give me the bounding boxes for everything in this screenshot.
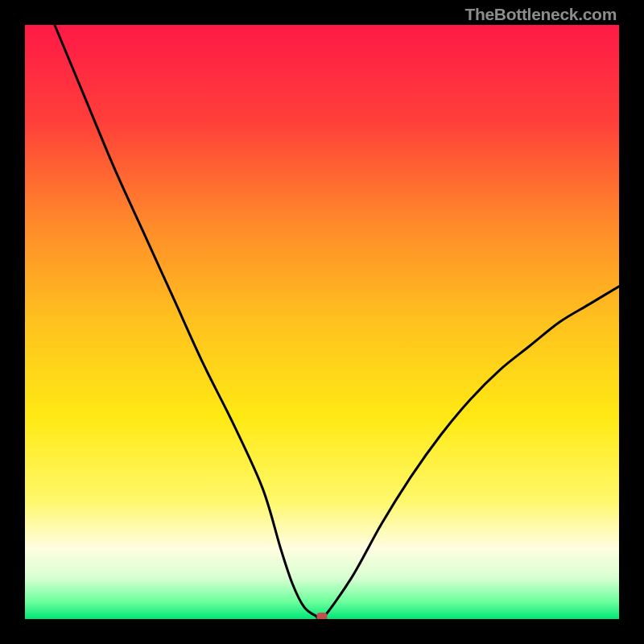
gradient-background xyxy=(25,25,619,619)
attribution-text: TheBottleneck.com xyxy=(464,5,617,24)
optimal-marker xyxy=(317,613,328,619)
plot-area xyxy=(25,25,619,619)
chart-frame: TheBottleneck.com xyxy=(0,0,644,644)
chart-svg xyxy=(25,25,619,619)
